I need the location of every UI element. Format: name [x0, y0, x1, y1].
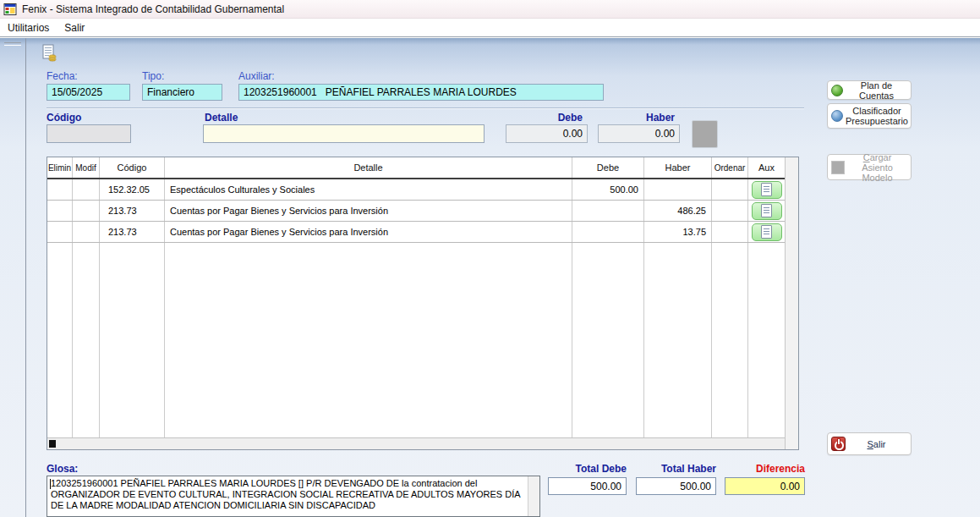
- codigo-label: Código: [47, 112, 81, 124]
- total-debe-value: [548, 477, 627, 495]
- vertical-scrollbar[interactable]: [785, 157, 798, 449]
- tipo-label: Tipo:: [142, 70, 164, 82]
- cell-ordenar[interactable]: [712, 222, 748, 242]
- scrollbar-thumb[interactable]: [49, 440, 56, 448]
- table-row[interactable]: 213.73 Cuentas por Pagar Bienes y Servic…: [47, 222, 785, 243]
- glosa-label: Glosa:: [47, 463, 78, 475]
- header-debe[interactable]: Debe: [572, 157, 644, 178]
- haber-entry-input[interactable]: [598, 124, 680, 143]
- blue-sphere-icon: [831, 110, 843, 122]
- menu-salir[interactable]: Salir: [57, 19, 92, 36]
- add-entry-button[interactable]: [692, 120, 718, 148]
- cell-elimin[interactable]: [47, 201, 73, 221]
- cell-debe: [572, 222, 644, 242]
- splitter-handle[interactable]: [4, 42, 21, 46]
- debe-label: Debe: [506, 112, 583, 124]
- cell-modif[interactable]: [73, 222, 100, 242]
- plan-de-cuentas-label: Plan de Cuentas: [846, 80, 907, 101]
- header-elimin[interactable]: Elimin: [47, 157, 73, 178]
- clasificador-label-line1: Clasificador: [852, 106, 901, 116]
- haber-label: Haber: [598, 112, 675, 124]
- diferencia-label: Diferencia: [725, 463, 805, 475]
- separator-line: [47, 107, 804, 109]
- header-codigo[interactable]: Código: [100, 157, 165, 178]
- menu-utilitarios[interactable]: Utilitarios: [0, 19, 57, 36]
- table-empty-area: [47, 243, 785, 437]
- window-title: Fenix - Sistema Integrado de Contabilida…: [22, 3, 284, 15]
- cell-codigo: 213.73: [100, 201, 165, 221]
- auxiliar-input[interactable]: [238, 84, 604, 101]
- cell-modif[interactable]: [73, 179, 100, 200]
- salir-mnemonic: S: [867, 439, 873, 449]
- journal-entry-icon[interactable]: [39, 42, 59, 63]
- app-window: Fenix - Sistema Integrado de Contabilida…: [0, 0, 980, 517]
- debe-entry-input[interactable]: [506, 124, 588, 143]
- total-debe-label: Total Debe: [548, 463, 627, 475]
- green-sphere-icon: [831, 85, 843, 96]
- glosa-text: 1203251960001 PEÑAFIEL PARRALES MARIA LO…: [51, 478, 525, 511]
- cell-detalle: Espectáculos Culturales y Sociales: [165, 179, 572, 200]
- cell-haber: 486.25: [644, 201, 712, 221]
- cell-elimin[interactable]: [47, 179, 73, 200]
- cargar-asiento-modelo-button[interactable]: Cargar Asiento Modelo: [827, 154, 912, 180]
- table-row[interactable]: 213.73 Cuentas por Pagar Bienes y Servic…: [47, 201, 785, 222]
- total-haber-value: [636, 477, 716, 495]
- glosa-scrollbar[interactable]: [528, 476, 539, 516]
- glosa-textarea[interactable]: 1203251960001 PEÑAFIEL PARRALES MARIA LO…: [47, 476, 540, 517]
- menu-bar: Utilitarios Salir: [0, 19, 980, 37]
- cargar-mnemonic: C: [863, 152, 870, 162]
- horizontal-scrollbar[interactable]: [47, 437, 785, 449]
- cell-haber: 13.75: [644, 222, 712, 242]
- table-row[interactable]: 152.32.05 Espectáculos Culturales y Soci…: [47, 179, 785, 201]
- cell-ordenar[interactable]: [712, 179, 748, 200]
- detalle-label: Detalle: [205, 112, 238, 124]
- detalle-entry-input[interactable]: [203, 124, 485, 143]
- table-header-row: Elimin Modif Código Detalle Debe Haber O…: [47, 157, 785, 179]
- entries-table: Elimin Modif Código Detalle Debe Haber O…: [47, 157, 799, 450]
- aux-button[interactable]: [752, 223, 782, 241]
- cell-codigo: 213.73: [100, 222, 165, 242]
- header-modif[interactable]: Modif: [73, 157, 100, 178]
- left-panel: [0, 38, 26, 517]
- cell-modif[interactable]: [73, 201, 100, 221]
- cell-ordenar[interactable]: [712, 201, 748, 221]
- cell-codigo: 152.32.05: [100, 179, 165, 200]
- plan-de-cuentas-button[interactable]: Plan de Cuentas: [827, 80, 912, 100]
- auxiliar-label: Auxiliar:: [238, 70, 275, 82]
- salir-button[interactable]: Salir: [827, 432, 912, 455]
- cell-detalle: Cuentas por Pagar Bienes y Servicios par…: [165, 222, 572, 242]
- app-icon: [3, 3, 17, 15]
- header-ordenar[interactable]: Ordenar: [712, 157, 748, 178]
- tipo-input[interactable]: [142, 84, 222, 101]
- gray-square-icon: [831, 161, 845, 174]
- title-bar: Fenix - Sistema Integrado de Contabilida…: [0, 0, 980, 19]
- cell-debe: [572, 201, 644, 221]
- cell-detalle: Cuentas por Pagar Bienes y Servicios par…: [165, 201, 572, 221]
- salir-label: alir: [873, 439, 886, 449]
- cell-elimin[interactable]: [47, 222, 73, 242]
- header-detalle[interactable]: Detalle: [165, 157, 572, 178]
- cargar-label-line2: Modelo: [862, 173, 892, 183]
- total-haber-label: Total Haber: [636, 463, 716, 475]
- header-haber[interactable]: Haber: [644, 157, 712, 178]
- document-icon: [761, 204, 772, 217]
- cell-debe: 500.00: [572, 179, 644, 200]
- fecha-label: Fecha:: [47, 70, 78, 82]
- header-aux[interactable]: Aux: [748, 157, 785, 178]
- document-icon: [761, 225, 772, 239]
- power-icon: [831, 437, 846, 451]
- aux-button[interactable]: [752, 202, 782, 220]
- clasificador-label-line2: Presupuestario: [846, 116, 908, 126]
- fecha-input[interactable]: [47, 84, 130, 101]
- codigo-entry-input[interactable]: [47, 124, 131, 143]
- cell-haber: [644, 179, 712, 200]
- diferencia-value: [725, 477, 805, 495]
- aux-button[interactable]: [752, 181, 782, 199]
- clasificador-presupuestario-button[interactable]: Clasificador Presupuestario: [827, 103, 912, 129]
- document-icon: [761, 183, 772, 196]
